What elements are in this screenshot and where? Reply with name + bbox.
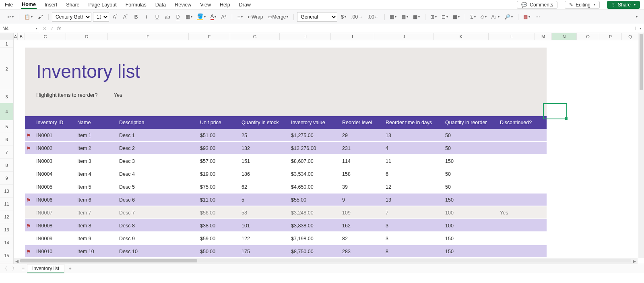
row-header-4[interactable]: 4: [0, 103, 13, 120]
horizontal-scrollbar[interactable]: ◂ ▸: [14, 258, 638, 264]
scrollbar-thumb[interactable]: [20, 259, 197, 262]
font-color-button[interactable]: A▾: [209, 12, 218, 22]
bold-button[interactable]: B: [132, 12, 140, 22]
col-header-L[interactable]: L: [489, 33, 535, 40]
menu-help[interactable]: Help: [219, 1, 231, 8]
more-button[interactable]: ⋯: [533, 12, 542, 22]
col-header-P[interactable]: P: [599, 33, 622, 40]
menu-home[interactable]: Home: [21, 1, 37, 9]
row-header-1[interactable]: 1: [0, 40, 13, 48]
select-all-corner[interactable]: [0, 33, 13, 40]
row-header-14[interactable]: 14: [0, 236, 13, 249]
double-underline-button[interactable]: D: [173, 12, 182, 22]
number-format-select[interactable]: General: [297, 12, 337, 22]
row-header-8[interactable]: 8: [0, 159, 13, 172]
row-header-9[interactable]: 9: [0, 172, 13, 185]
menu-file[interactable]: File: [4, 1, 14, 8]
row-header-6[interactable]: 6: [0, 133, 13, 146]
cell-styles-button[interactable]: ▦▾: [411, 12, 421, 22]
font-size-select[interactable]: 11: [93, 12, 109, 22]
table-row[interactable]: IN0007Item 7Desc 7$56.0058$3,248.0010971…: [25, 206, 547, 219]
col-header-I[interactable]: I: [331, 33, 374, 40]
menu-formulas[interactable]: Formulas: [125, 1, 147, 8]
row-header-10[interactable]: 10: [0, 185, 13, 198]
tab-nav-prev[interactable]: 〈: [0, 265, 10, 272]
clear-format-button[interactable]: Aᵃ: [219, 12, 228, 22]
align-button[interactable]: ≡▾: [235, 12, 244, 22]
editing-mode-button[interactable]: ✎ Editing ▾: [565, 1, 600, 9]
sort-filter-button[interactable]: A↓▾: [490, 12, 501, 22]
italic-button[interactable]: I: [142, 12, 151, 22]
table-row[interactable]: IN0005Item 5Desc 5$75.0062$4,650.0039125…: [25, 181, 547, 194]
addins-button[interactable]: ▦▾: [522, 12, 532, 22]
increase-decimal-button[interactable]: .00→: [349, 12, 364, 22]
table-row[interactable]: ⚑IN0010Item 10Desc 10$50.00175$8,750.002…: [25, 245, 547, 258]
col-header-G[interactable]: G: [230, 33, 280, 40]
menu-view[interactable]: View: [199, 1, 212, 8]
fill-color-button[interactable]: 🪣▾: [196, 12, 207, 22]
menu-review[interactable]: Review: [174, 1, 192, 8]
col-header-J[interactable]: J: [374, 33, 434, 40]
table-row[interactable]: ⚑IN0006Item 6Desc 6$11.005$55.00913150: [25, 194, 547, 206]
share-button[interactable]: ⇪ Share ▾: [607, 1, 640, 9]
row-header-13[interactable]: 13: [0, 223, 13, 236]
ribbon-collapse-button[interactable]: ▾: [632, 12, 641, 22]
col-header-H[interactable]: H: [280, 33, 331, 40]
merge-button[interactable]: ▭ Merge▾: [266, 12, 290, 22]
menu-draw[interactable]: Draw: [238, 1, 252, 8]
table-row[interactable]: ⚑IN0001Item 1Desc 1$51.0025$1,275.002913…: [25, 129, 547, 142]
font-family-select[interactable]: Century Gothi...: [52, 12, 91, 22]
fx-icon[interactable]: fx: [57, 26, 61, 31]
wrap-text-button[interactable]: ↩ Wrap: [246, 12, 264, 22]
menu-share-top[interactable]: Share: [65, 1, 80, 8]
strike-button[interactable]: ab: [163, 12, 172, 22]
insert-cells-button[interactable]: ⊞▾: [429, 12, 438, 22]
paste-button[interactable]: 📋▾: [23, 12, 34, 22]
col-header-D[interactable]: D: [66, 33, 108, 40]
shrink-font-button[interactable]: Aˇ: [121, 12, 130, 22]
tab-nav-next[interactable]: 〉: [10, 265, 19, 272]
table-row[interactable]: ⚑IN0002Item 2Desc 2$93.00132$12,276.0023…: [25, 142, 547, 155]
fill-handle[interactable]: [565, 117, 568, 120]
expand-formula-bar[interactable]: ▾: [635, 27, 644, 30]
tab-list-button[interactable]: ≡: [19, 266, 27, 272]
table-row[interactable]: IN0009Item 9Desc 9$59.00122$7,198.008231…: [25, 232, 547, 245]
row-header-5[interactable]: 5: [0, 120, 13, 133]
format-painter-button[interactable]: 🖌: [36, 12, 45, 22]
comments-button[interactable]: 💬 Comments: [517, 1, 557, 9]
col-header-O[interactable]: O: [577, 33, 599, 40]
table-row[interactable]: ⚑IN0008Item 8Desc 8$38.00101$3,838.00162…: [25, 219, 547, 232]
grow-font-button[interactable]: Aˆ: [111, 12, 120, 22]
menu-insert[interactable]: Insert: [44, 1, 58, 8]
col-header-E[interactable]: E: [108, 33, 189, 40]
col-header-A[interactable]: A: [14, 33, 18, 40]
underline-button[interactable]: U: [153, 12, 161, 22]
currency-button[interactable]: $▾: [339, 12, 348, 22]
formula-input[interactable]: [63, 24, 635, 33]
table-format-button[interactable]: ▦▾: [400, 12, 410, 22]
name-box[interactable]: N4 ▾: [0, 24, 40, 33]
cancel-formula-icon[interactable]: ✕: [43, 26, 47, 31]
format-cells-button[interactable]: ▦▾: [451, 12, 461, 22]
col-header-B[interactable]: B: [18, 33, 25, 40]
autosum-button[interactable]: Σ▾: [469, 12, 477, 22]
row-header-7[interactable]: 7: [0, 146, 13, 159]
add-sheet-button[interactable]: ＋: [64, 265, 76, 272]
col-header-K[interactable]: K: [434, 33, 489, 40]
find-button[interactable]: 🔎▾: [503, 12, 514, 22]
row-header-2[interactable]: 2: [0, 48, 13, 90]
menu-page-layout[interactable]: Page Layout: [88, 1, 118, 8]
col-header-M[interactable]: M: [535, 33, 552, 40]
delete-cells-button[interactable]: ⊟▾: [440, 12, 450, 22]
conditional-format-button[interactable]: ▦▾: [388, 12, 398, 22]
accept-formula-icon[interactable]: ✓: [50, 26, 54, 31]
table-row[interactable]: IN0004Item 4Desc 4$19.00186$3,534.001586…: [25, 168, 547, 181]
row-header-3[interactable]: 3: [0, 90, 13, 103]
undo-button[interactable]: ↩▾: [6, 12, 15, 22]
col-header-C[interactable]: C: [25, 33, 66, 40]
col-header-F[interactable]: F: [189, 33, 230, 40]
vertical-scrollbar[interactable]: [638, 33, 644, 258]
decrease-decimal-button[interactable]: .00←: [366, 12, 381, 22]
table-row[interactable]: IN0003Item 3Desc 3$57.00151$8,607.001141…: [25, 155, 547, 168]
clear-button[interactable]: ◇▾: [479, 12, 488, 22]
